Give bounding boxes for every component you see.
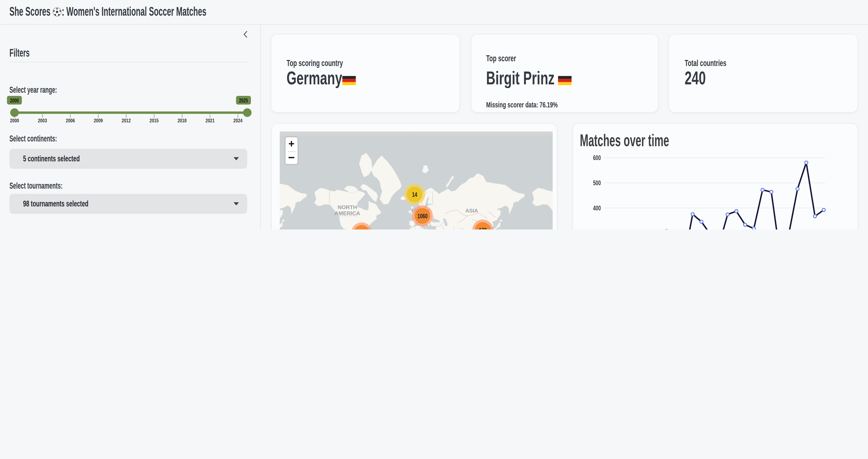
svg-text:2015: 2015	[150, 117, 159, 123]
svg-text:2012: 2012	[122, 117, 131, 123]
svg-text:2006: 2006	[66, 117, 75, 123]
svg-text:2025: 2025	[239, 97, 248, 104]
svg-text:2018: 2018	[178, 117, 187, 123]
svg-text:2009: 2009	[94, 117, 103, 123]
svg-text:ASIA: ASIA	[465, 208, 478, 214]
svg-text:2021: 2021	[206, 117, 215, 123]
svg-text:NORTH: NORTH	[338, 205, 357, 210]
svg-text:AMERICA: AMERICA	[335, 211, 360, 216]
svg-text:2003: 2003	[38, 117, 47, 123]
svg-text:600: 600	[593, 154, 601, 162]
svg-text:400: 400	[593, 204, 601, 212]
svg-text:172: 172	[479, 227, 486, 230]
svg-text:2024: 2024	[234, 117, 243, 123]
svg-text:500: 500	[593, 179, 601, 187]
svg-text:1060: 1060	[417, 213, 428, 220]
svg-text:2000: 2000	[10, 117, 19, 123]
svg-text:14: 14	[412, 191, 417, 198]
svg-text:300: 300	[593, 229, 601, 230]
svg-text:2000: 2000	[10, 97, 19, 104]
